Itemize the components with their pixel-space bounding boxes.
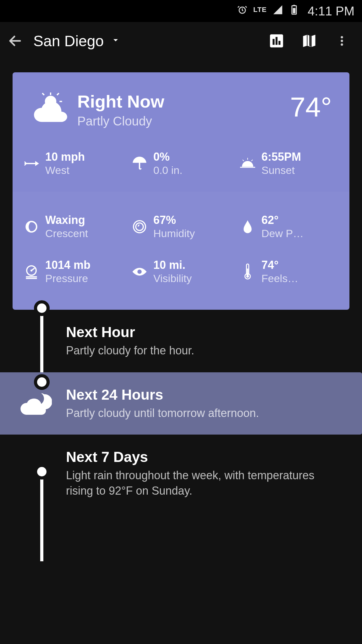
svg-line-14 xyxy=(57,93,59,95)
charts-button[interactable] xyxy=(268,32,285,50)
svg-point-26 xyxy=(136,223,143,230)
back-button[interactable] xyxy=(6,32,24,50)
svg-line-15 xyxy=(42,93,44,95)
svg-rect-3 xyxy=(293,5,295,6)
metrics-row-primary: 10 mphWest 0%0.0 in. 6:55PMSunset xyxy=(13,150,349,192)
svg-rect-7 xyxy=(278,41,280,45)
feels-like-metric: 74°Feels… xyxy=(235,258,343,285)
sunset-icon xyxy=(239,157,256,170)
svg-point-9 xyxy=(341,40,343,42)
metrics-row-secondary-2: 1014 mbPressure 10 mi.Visibility 74°Feel… xyxy=(19,258,343,297)
precipitation-metric: 0%0.0 in. xyxy=(127,150,235,176)
sunset-metric: 6:55PMSunset xyxy=(235,150,343,176)
network-type: LTE xyxy=(253,6,267,14)
next-24h-row[interactable]: Next 24 Hours Partly cloudy until tomorr… xyxy=(0,372,362,435)
now-title: Right Now xyxy=(77,91,290,112)
svg-line-23 xyxy=(251,160,253,161)
svg-point-8 xyxy=(341,36,343,38)
humidity-icon xyxy=(131,219,148,234)
night-cloudy-icon xyxy=(16,389,53,418)
timeline-dot xyxy=(34,464,50,480)
next-7d-desc: Light rain throughout the week, with tem… xyxy=(66,468,340,498)
svg-point-32 xyxy=(137,269,142,274)
thermometer-icon xyxy=(239,263,256,280)
timeline-dot xyxy=(34,374,50,390)
moon-icon xyxy=(23,220,40,234)
svg-point-10 xyxy=(341,43,343,46)
now-condition: Partly Cloudy xyxy=(77,114,290,128)
eye-icon xyxy=(131,266,148,277)
next-7d-row[interactable]: Next 7 Days Light rain throughout the we… xyxy=(13,435,349,512)
svg-line-22 xyxy=(243,160,244,161)
timeline-dot xyxy=(34,300,50,316)
wind-metric: 10 mphWest xyxy=(19,150,127,176)
map-button[interactable] xyxy=(300,32,318,50)
pressure-metric: 1014 mbPressure xyxy=(19,258,127,285)
overflow-menu-button[interactable] xyxy=(333,32,351,50)
pressure-icon xyxy=(23,264,40,279)
next-7d-title: Next 7 Days xyxy=(66,448,340,465)
svg-rect-5 xyxy=(273,39,275,45)
battery-icon xyxy=(289,4,299,18)
wind-arrow-icon xyxy=(23,158,40,169)
moon-phase-metric: WaxingCrescent xyxy=(19,214,127,240)
app-bar: San Diego xyxy=(0,22,362,60)
location-dropdown[interactable]: San Diego xyxy=(24,32,268,50)
next-24h-desc: Partly cloudy until tomorrow afternoon. xyxy=(66,406,349,421)
dewpoint-metric: 62°Dew P… xyxy=(235,214,343,240)
status-bar: LTE 4:11 PM xyxy=(0,0,362,22)
svg-point-29 xyxy=(30,269,32,271)
next-hour-row[interactable]: Next Hour Partly cloudy for the hour. xyxy=(13,310,349,372)
status-time: 4:11 PM xyxy=(308,4,354,18)
alarm-icon xyxy=(237,4,248,18)
next-hour-title: Next Hour xyxy=(66,324,340,341)
next-24h-title: Next 24 Hours xyxy=(66,386,349,403)
metrics-row-secondary-1: WaxingCrescent 67%Humidity 62°Dew P… xyxy=(19,214,343,258)
umbrella-icon xyxy=(131,155,148,172)
droplet-icon xyxy=(239,219,256,234)
signal-icon xyxy=(272,4,283,18)
current-temperature: 74° xyxy=(290,91,332,123)
visibility-metric: 10 mi.Visibility xyxy=(127,258,235,285)
partly-cloudy-icon xyxy=(30,91,71,127)
svg-rect-2 xyxy=(293,8,296,13)
location-name: San Diego xyxy=(33,32,104,50)
svg-rect-6 xyxy=(276,37,277,45)
dropdown-icon xyxy=(111,36,120,46)
humidity-metric: 67%Humidity xyxy=(127,214,235,240)
next-hour-desc: Partly cloudy for the hour. xyxy=(66,343,340,358)
current-weather-card[interactable]: Right Now Partly Cloudy 74° 10 mphWest 0… xyxy=(13,72,349,310)
